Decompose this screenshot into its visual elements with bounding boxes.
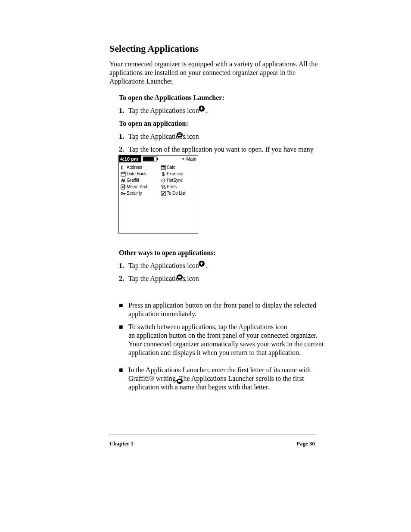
app-graffiti[interactable]: Graffiti: [121, 178, 161, 183]
footer-rule: [109, 435, 317, 435]
step-2-period: .: [184, 133, 186, 140]
bullet-1b: application immediately.: [128, 310, 196, 318]
applications-icon: [198, 105, 205, 114]
app-memopad[interactable]: Memo Pad: [121, 184, 161, 190]
page: Selecting Applications Your connected or…: [0, 0, 411, 532]
bullet-1-mark: ■: [119, 302, 123, 309]
category-label: Main: [186, 156, 196, 162]
app-hotsync[interactable]: HotSync: [161, 178, 197, 183]
menu-icon: [176, 132, 183, 140]
step-a1-text: Tap the Applications icon: [128, 262, 199, 270]
step-a2-num: 2.: [119, 275, 124, 283]
key-icon: [121, 191, 126, 196]
palm-launcher-screenshot: 4:10 pm ▼ Main Address: [118, 155, 198, 233]
step-2-number: 1.: [119, 133, 124, 140]
subheading-2: To open an application:: [119, 120, 188, 128]
bullet-2a: To switch between applications, tap the …: [128, 323, 287, 331]
svg-rect-24: [178, 277, 181, 278]
subheading-3: Other ways to open applications:: [119, 249, 216, 257]
step-2-text: Tap the Applications icon: [128, 133, 199, 140]
step-1-number: 1.: [119, 107, 124, 115]
subheading-1: To open the Applications Launcher:: [119, 94, 224, 102]
bullet-3a: In the Applications Launcher, enter the …: [128, 366, 311, 374]
calculator-icon: [161, 165, 166, 170]
graffiti-icon: [121, 178, 126, 183]
svg-rect-11: [164, 168, 165, 168]
svg-rect-6: [157, 158, 158, 160]
step-a2-text: Tap the Applications icon: [128, 275, 199, 283]
bullet-3-mark: ■: [119, 366, 123, 374]
step-a1-num: 1.: [119, 262, 124, 270]
calendar-icon: [121, 171, 126, 177]
app-list: Address Calc Date Book: [121, 164, 197, 196]
palm-clock[interactable]: 4:10 pm: [119, 156, 141, 162]
svg-rect-13: [122, 171, 122, 173]
palm-topbar: 4:10 pm ▼ Main: [119, 156, 198, 162]
hotsync-icon: [161, 178, 166, 183]
intro-line-2: applications are installed on your conne…: [109, 69, 296, 77]
app-calc[interactable]: Calc: [161, 165, 197, 170]
app-expense[interactable]: $ Expense: [161, 171, 197, 177]
dollar-icon: $: [161, 171, 166, 177]
memo-icon: [121, 184, 126, 190]
bullet-2e: application and displays it when you ret…: [128, 349, 301, 357]
svg-rect-3: [178, 135, 181, 136]
bullet-2-mark: ■: [119, 323, 123, 331]
svg-rect-12: [121, 172, 125, 176]
bullet-1a: Press an application button on the front…: [128, 302, 316, 309]
bullet-3c: application with a name that begins with…: [128, 383, 269, 391]
intro-line-1: Your connected organizer is equipped wit…: [109, 60, 318, 68]
footer-chapter: Chapter 1: [109, 440, 134, 447]
svg-rect-9: [162, 168, 162, 168]
bullet-2c: an application button on the front panel…: [128, 332, 318, 339]
step-1-period: .: [206, 107, 208, 115]
app-security[interactable]: Security: [121, 191, 161, 196]
dropdown-triangle-icon: ▼: [181, 157, 185, 161]
phone-icon: [121, 165, 126, 170]
app-todolist[interactable]: To Do List: [161, 191, 197, 196]
svg-rect-10: [163, 168, 164, 168]
svg-rect-2: [178, 134, 181, 134]
step-3-text: Tap the icon of the application you want…: [128, 146, 314, 153]
step-a2-period: .: [184, 275, 186, 283]
svg-text:$: $: [162, 171, 165, 177]
category-selector[interactable]: ▼ Main: [181, 156, 196, 162]
bullet-2d: Your connected organizer automatically s…: [128, 340, 324, 348]
svg-rect-14: [124, 171, 125, 173]
svg-point-18: [164, 187, 165, 189]
footer-page: Page 30: [296, 440, 315, 447]
battery-icon: [143, 156, 159, 162]
svg-rect-8: [162, 166, 165, 167]
svg-rect-20: [161, 191, 165, 196]
menu-icon: [176, 274, 183, 282]
svg-rect-23: [178, 276, 181, 277]
svg-point-17: [162, 185, 163, 187]
app-address[interactable]: Address: [121, 165, 161, 170]
bullet-3b: Graffiti® writing. The Applications Laun…: [128, 375, 304, 383]
svg-rect-5: [143, 157, 154, 161]
intro-line-3: Applications Launcher.: [109, 78, 174, 85]
checkbox-icon: [161, 191, 166, 196]
step-a1-period: .: [206, 262, 208, 270]
step-3-number: 2.: [119, 146, 124, 153]
svg-point-19: [121, 192, 123, 194]
app-datebook[interactable]: Date Book: [121, 171, 161, 177]
app-prefs[interactable]: Prefs: [161, 184, 197, 190]
section-heading: Selecting Applications: [109, 43, 199, 54]
applications-icon: [198, 260, 205, 269]
step-1-text: Tap the Applications icon: [128, 107, 199, 115]
prefs-icon: [161, 184, 166, 190]
